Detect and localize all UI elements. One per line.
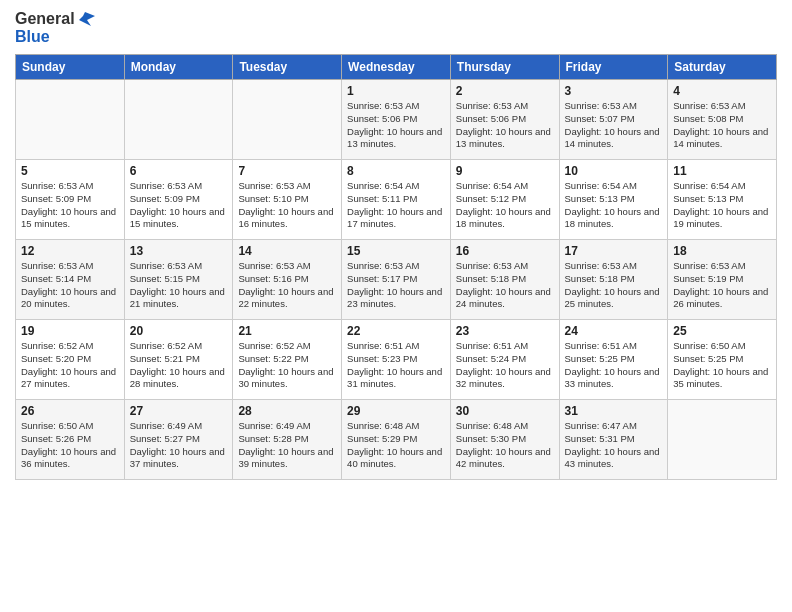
- day-info: Sunrise: 6:54 AM Sunset: 5:13 PM Dayligh…: [565, 180, 663, 231]
- weekday-header: Friday: [559, 55, 668, 80]
- calendar-cell: 10Sunrise: 6:54 AM Sunset: 5:13 PM Dayli…: [559, 160, 668, 240]
- calendar-cell: 13Sunrise: 6:53 AM Sunset: 5:15 PM Dayli…: [124, 240, 233, 320]
- calendar-cell: 14Sunrise: 6:53 AM Sunset: 5:16 PM Dayli…: [233, 240, 342, 320]
- day-info: Sunrise: 6:51 AM Sunset: 5:24 PM Dayligh…: [456, 340, 554, 391]
- calendar-cell: 9Sunrise: 6:54 AM Sunset: 5:12 PM Daylig…: [450, 160, 559, 240]
- calendar-cell: 19Sunrise: 6:52 AM Sunset: 5:20 PM Dayli…: [16, 320, 125, 400]
- calendar-cell: 24Sunrise: 6:51 AM Sunset: 5:25 PM Dayli…: [559, 320, 668, 400]
- day-number: 10: [565, 164, 663, 178]
- calendar-cell: 27Sunrise: 6:49 AM Sunset: 5:27 PM Dayli…: [124, 400, 233, 480]
- logo-bird-icon: [77, 10, 95, 28]
- calendar-cell: 5Sunrise: 6:53 AM Sunset: 5:09 PM Daylig…: [16, 160, 125, 240]
- day-info: Sunrise: 6:50 AM Sunset: 5:25 PM Dayligh…: [673, 340, 771, 391]
- calendar-cell: [668, 400, 777, 480]
- calendar-cell: 21Sunrise: 6:52 AM Sunset: 5:22 PM Dayli…: [233, 320, 342, 400]
- day-number: 30: [456, 404, 554, 418]
- day-info: Sunrise: 6:52 AM Sunset: 5:22 PM Dayligh…: [238, 340, 336, 391]
- calendar-cell: 2Sunrise: 6:53 AM Sunset: 5:06 PM Daylig…: [450, 80, 559, 160]
- day-number: 17: [565, 244, 663, 258]
- weekday-header: Monday: [124, 55, 233, 80]
- calendar-cell: [124, 80, 233, 160]
- calendar-cell: [16, 80, 125, 160]
- day-number: 25: [673, 324, 771, 338]
- calendar-cell: 18Sunrise: 6:53 AM Sunset: 5:19 PM Dayli…: [668, 240, 777, 320]
- weekday-header: Wednesday: [342, 55, 451, 80]
- day-info: Sunrise: 6:53 AM Sunset: 5:14 PM Dayligh…: [21, 260, 119, 311]
- day-info: Sunrise: 6:54 AM Sunset: 5:12 PM Dayligh…: [456, 180, 554, 231]
- calendar-cell: 16Sunrise: 6:53 AM Sunset: 5:18 PM Dayli…: [450, 240, 559, 320]
- calendar-cell: 28Sunrise: 6:49 AM Sunset: 5:28 PM Dayli…: [233, 400, 342, 480]
- day-number: 21: [238, 324, 336, 338]
- day-info: Sunrise: 6:53 AM Sunset: 5:08 PM Dayligh…: [673, 100, 771, 151]
- calendar-week-row: 1Sunrise: 6:53 AM Sunset: 5:06 PM Daylig…: [16, 80, 777, 160]
- calendar-table: SundayMondayTuesdayWednesdayThursdayFrid…: [15, 54, 777, 480]
- day-info: Sunrise: 6:53 AM Sunset: 5:18 PM Dayligh…: [565, 260, 663, 311]
- day-info: Sunrise: 6:54 AM Sunset: 5:11 PM Dayligh…: [347, 180, 445, 231]
- weekday-header: Saturday: [668, 55, 777, 80]
- day-number: 29: [347, 404, 445, 418]
- day-number: 2: [456, 84, 554, 98]
- day-info: Sunrise: 6:53 AM Sunset: 5:09 PM Dayligh…: [130, 180, 228, 231]
- calendar-cell: 6Sunrise: 6:53 AM Sunset: 5:09 PM Daylig…: [124, 160, 233, 240]
- weekday-header: Thursday: [450, 55, 559, 80]
- day-number: 23: [456, 324, 554, 338]
- day-info: Sunrise: 6:53 AM Sunset: 5:19 PM Dayligh…: [673, 260, 771, 311]
- calendar-cell: [233, 80, 342, 160]
- day-info: Sunrise: 6:53 AM Sunset: 5:06 PM Dayligh…: [456, 100, 554, 151]
- day-info: Sunrise: 6:54 AM Sunset: 5:13 PM Dayligh…: [673, 180, 771, 231]
- calendar-cell: 15Sunrise: 6:53 AM Sunset: 5:17 PM Dayli…: [342, 240, 451, 320]
- day-info: Sunrise: 6:50 AM Sunset: 5:26 PM Dayligh…: [21, 420, 119, 471]
- calendar-cell: 4Sunrise: 6:53 AM Sunset: 5:08 PM Daylig…: [668, 80, 777, 160]
- day-number: 16: [456, 244, 554, 258]
- calendar-cell: 8Sunrise: 6:54 AM Sunset: 5:11 PM Daylig…: [342, 160, 451, 240]
- day-number: 13: [130, 244, 228, 258]
- day-number: 3: [565, 84, 663, 98]
- day-info: Sunrise: 6:52 AM Sunset: 5:21 PM Dayligh…: [130, 340, 228, 391]
- weekday-header: Tuesday: [233, 55, 342, 80]
- calendar-week-row: 19Sunrise: 6:52 AM Sunset: 5:20 PM Dayli…: [16, 320, 777, 400]
- day-number: 1: [347, 84, 445, 98]
- day-number: 14: [238, 244, 336, 258]
- day-info: Sunrise: 6:53 AM Sunset: 5:15 PM Dayligh…: [130, 260, 228, 311]
- day-info: Sunrise: 6:53 AM Sunset: 5:17 PM Dayligh…: [347, 260, 445, 311]
- calendar-week-row: 5Sunrise: 6:53 AM Sunset: 5:09 PM Daylig…: [16, 160, 777, 240]
- calendar-cell: 22Sunrise: 6:51 AM Sunset: 5:23 PM Dayli…: [342, 320, 451, 400]
- day-number: 11: [673, 164, 771, 178]
- calendar-cell: 1Sunrise: 6:53 AM Sunset: 5:06 PM Daylig…: [342, 80, 451, 160]
- day-number: 7: [238, 164, 336, 178]
- calendar-cell: 7Sunrise: 6:53 AM Sunset: 5:10 PM Daylig…: [233, 160, 342, 240]
- day-info: Sunrise: 6:53 AM Sunset: 5:07 PM Dayligh…: [565, 100, 663, 151]
- day-number: 5: [21, 164, 119, 178]
- calendar-cell: 20Sunrise: 6:52 AM Sunset: 5:21 PM Dayli…: [124, 320, 233, 400]
- calendar-cell: 23Sunrise: 6:51 AM Sunset: 5:24 PM Dayli…: [450, 320, 559, 400]
- day-number: 6: [130, 164, 228, 178]
- day-number: 19: [21, 324, 119, 338]
- calendar-week-row: 26Sunrise: 6:50 AM Sunset: 5:26 PM Dayli…: [16, 400, 777, 480]
- calendar-cell: 3Sunrise: 6:53 AM Sunset: 5:07 PM Daylig…: [559, 80, 668, 160]
- calendar-week-row: 12Sunrise: 6:53 AM Sunset: 5:14 PM Dayli…: [16, 240, 777, 320]
- day-info: Sunrise: 6:49 AM Sunset: 5:28 PM Dayligh…: [238, 420, 336, 471]
- day-info: Sunrise: 6:53 AM Sunset: 5:06 PM Dayligh…: [347, 100, 445, 151]
- day-number: 28: [238, 404, 336, 418]
- calendar-cell: 25Sunrise: 6:50 AM Sunset: 5:25 PM Dayli…: [668, 320, 777, 400]
- calendar-cell: 31Sunrise: 6:47 AM Sunset: 5:31 PM Dayli…: [559, 400, 668, 480]
- day-info: Sunrise: 6:47 AM Sunset: 5:31 PM Dayligh…: [565, 420, 663, 471]
- day-number: 24: [565, 324, 663, 338]
- day-number: 26: [21, 404, 119, 418]
- day-info: Sunrise: 6:53 AM Sunset: 5:10 PM Dayligh…: [238, 180, 336, 231]
- day-info: Sunrise: 6:53 AM Sunset: 5:09 PM Dayligh…: [21, 180, 119, 231]
- day-number: 9: [456, 164, 554, 178]
- day-number: 12: [21, 244, 119, 258]
- calendar-cell: 30Sunrise: 6:48 AM Sunset: 5:30 PM Dayli…: [450, 400, 559, 480]
- calendar-cell: 17Sunrise: 6:53 AM Sunset: 5:18 PM Dayli…: [559, 240, 668, 320]
- day-number: 15: [347, 244, 445, 258]
- day-number: 31: [565, 404, 663, 418]
- day-number: 27: [130, 404, 228, 418]
- day-info: Sunrise: 6:51 AM Sunset: 5:23 PM Dayligh…: [347, 340, 445, 391]
- day-info: Sunrise: 6:49 AM Sunset: 5:27 PM Dayligh…: [130, 420, 228, 471]
- day-number: 22: [347, 324, 445, 338]
- calendar-cell: 12Sunrise: 6:53 AM Sunset: 5:14 PM Dayli…: [16, 240, 125, 320]
- calendar-cell: 26Sunrise: 6:50 AM Sunset: 5:26 PM Dayli…: [16, 400, 125, 480]
- logo-blue: Blue: [15, 28, 50, 46]
- calendar-cell: 29Sunrise: 6:48 AM Sunset: 5:29 PM Dayli…: [342, 400, 451, 480]
